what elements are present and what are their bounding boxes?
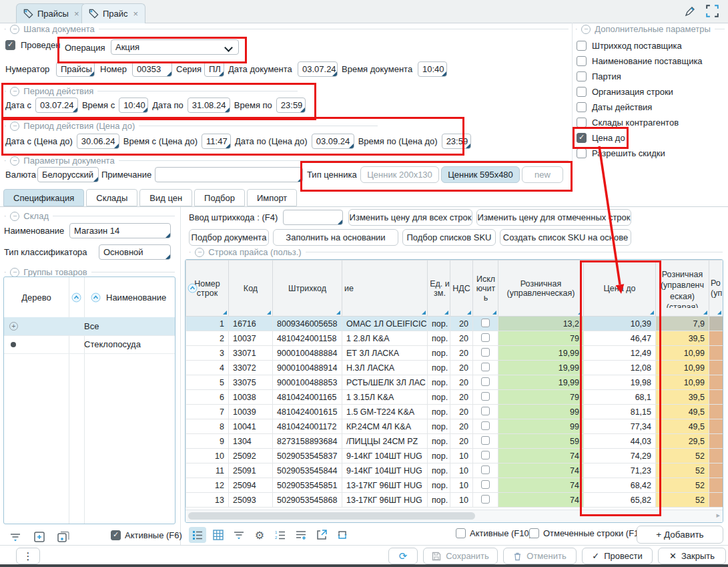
scroll-right-icon[interactable]: ▸ [716, 511, 720, 520]
col-row-number[interactable]: Номер строк [186, 260, 229, 317]
time-to-field[interactable]: 23:59 [276, 98, 306, 113]
table-row[interactable]: 3330719000100488884ЕТ 3Л ЛАСКАпор.2019,9… [186, 346, 723, 361]
extra-param-item[interactable]: Разрешить скидки [577, 146, 665, 160]
tab-warehouses[interactable]: Склады [86, 189, 137, 206]
col-unit[interactable]: Ед. изм. [428, 260, 450, 317]
exclude-checkbox[interactable] [481, 465, 490, 474]
doc-date-field[interactable]: 03.07.24 [298, 61, 338, 77]
settings-gear-icon[interactable]: ⚙ [251, 527, 268, 543]
doc-time-field[interactable]: 10:40 [418, 61, 447, 77]
collapse-icon[interactable]: − [195, 248, 204, 257]
filter-icon[interactable] [7, 529, 24, 545]
expand-plus-icon[interactable]: + [9, 322, 18, 331]
close-button[interactable]: ✕ Закрыть [658, 548, 726, 564]
time-from-pt-field[interactable]: 11:47 [202, 134, 231, 149]
sort-icon[interactable] [91, 293, 101, 303]
date-to-pt-field[interactable]: 03.09.24 [312, 134, 354, 149]
extra-param-item[interactable]: Склады контрагентов [577, 116, 679, 129]
extra-param-item[interactable]: Даты действия [577, 100, 652, 114]
table-row[interactable]: 112509150290535458449-14КГ 104ШТ HUGпор.… [186, 463, 723, 478]
grid-view-icon[interactable] [210, 527, 227, 543]
table-row[interactable]: 8100414810424001172КР.24СМ 4Л K&Aпор.209… [186, 419, 723, 434]
exclude-checkbox[interactable] [481, 436, 490, 445]
checkbox[interactable] [577, 71, 587, 81]
close-icon[interactable]: × [133, 9, 139, 19]
extra-param-item-price-to[interactable]: Цена до [577, 131, 625, 144]
fullscreen-icon[interactable] [706, 5, 719, 17]
fill-on-basis-button[interactable]: Заполнить на основании [273, 229, 398, 246]
date-to-field[interactable]: 31.08.24 [188, 98, 230, 113]
checkbox[interactable] [111, 530, 121, 540]
add-rows-icon[interactable] [292, 527, 310, 543]
tab-prais[interactable]: Прайс × [81, 3, 145, 23]
col-retail[interactable]: Розничная (управленческая) [498, 260, 584, 317]
tab-price-kinds[interactable]: Вид цен [139, 189, 192, 206]
checkbox[interactable] [577, 118, 587, 128]
collapse-icon[interactable]: − [10, 87, 19, 96]
col-retail-old[interactable]: Розничная (управленч еская) (старая) [656, 260, 709, 317]
time-from-field[interactable]: 10:40 [119, 98, 148, 113]
warehouse-name-field[interactable]: Магазин 14 [69, 223, 171, 238]
exclude-checkbox[interactable] [481, 348, 490, 357]
classifier-field[interactable]: Основной [99, 244, 171, 260]
tree-row-all[interactable]: + Все [4, 317, 175, 336]
table-row[interactable]: 4330729000100488914Н.3Л ЛАСКАпор.2019,99… [186, 361, 723, 375]
sort-icon[interactable] [69, 293, 84, 303]
copy-add-icon[interactable] [55, 529, 72, 545]
col-partial-last[interactable]: Ро (уп [709, 260, 723, 317]
price-tag-option-595x480[interactable]: Ценник 595x480 [441, 166, 520, 183]
checkbox[interactable] [577, 148, 587, 158]
table-row[interactable]: 21003748104240011581 2.8Л K&Aпор.207946,… [186, 331, 723, 346]
col-exclude[interactable]: Исключить [473, 260, 498, 317]
table-row[interactable]: 913048273158893684/ПИЦЦЫ 24СМ PZпор.2059… [186, 434, 723, 449]
tree-col-name[interactable]: Наименование [106, 293, 166, 303]
collapse-icon[interactable]: − [10, 212, 19, 221]
add-button[interactable]: + Добавить [637, 526, 723, 544]
table-row[interactable]: 102509250290535458379-14КГ 104ШТ HUGпор.… [186, 449, 723, 463]
numbered-list-icon[interactable]: 12 [272, 527, 289, 543]
table-row[interactable]: 71003948104240016151.5 GM-T224 K&Aпор.20… [186, 405, 723, 419]
tab-praisy[interactable]: Прайсы × [16, 3, 87, 23]
note-field[interactable] [155, 167, 303, 182]
sort-icon[interactable] [188, 283, 198, 293]
price-tag-option-new[interactable]: new [522, 166, 563, 183]
sku-lists-button[interactable]: Подбор списков SKU [402, 229, 496, 246]
post-button[interactable]: ✓ Провести [582, 548, 653, 564]
col-name-partial[interactable]: ие [342, 260, 428, 317]
horizontal-scrollbar[interactable]: ▸ [186, 510, 723, 522]
time-to-pt-field[interactable]: 23:59 [442, 134, 471, 149]
create-sku-list-button[interactable]: Создать список SKU на основе [500, 229, 631, 246]
active-f10[interactable]: Активные (F10) [456, 528, 532, 538]
collapse-icon[interactable]: − [10, 122, 19, 131]
exclude-checkbox[interactable] [481, 363, 490, 371]
add-box-icon[interactable] [31, 529, 48, 545]
marked-rows-f11[interactable]: Отмеченные строки (F11) [529, 528, 646, 538]
collapse-icon[interactable]: − [10, 25, 19, 34]
extra-param-item[interactable]: Организация строки [577, 85, 673, 98]
table-row[interactable]: 1167168009346005658ОМАС 1Л OLEIFICICпор.… [186, 317, 723, 331]
checkbox[interactable] [577, 41, 587, 51]
refresh-button[interactable]: ⟳ [388, 548, 418, 564]
date-from-pt-field[interactable]: 30.06.24 [77, 134, 119, 149]
change-price-marked-button[interactable]: Изменить цену для отмеченных строк [476, 209, 631, 226]
series-field[interactable]: ПЛ [204, 61, 224, 77]
date-from-field[interactable]: 03.07.24 [35, 98, 78, 113]
checkbox[interactable] [577, 133, 587, 143]
menu-kebab-button[interactable]: ⋮ [16, 548, 40, 564]
tab-import[interactable]: Импорт [247, 189, 297, 206]
list-view-icon[interactable] [189, 527, 206, 543]
extra-param-item[interactable]: Наименование поставщика [577, 54, 703, 67]
tree-row-steklo[interactable]: Стеклопосуда [4, 335, 175, 354]
scrollbar-thumb[interactable] [188, 512, 475, 520]
checkbox[interactable] [577, 87, 587, 97]
extra-param-item[interactable]: Партия [577, 69, 621, 83]
checkbox[interactable] [577, 102, 587, 112]
exclude-checkbox[interactable] [481, 392, 490, 401]
reload-rows-icon[interactable] [334, 527, 351, 543]
collapse-icon[interactable]: − [10, 156, 19, 166]
close-icon[interactable]: × [74, 9, 79, 19]
checkbox[interactable] [529, 528, 539, 538]
operation-select[interactable]: Акция [111, 39, 239, 55]
col-code[interactable]: Код [229, 260, 273, 317]
numerator-field[interactable]: Прайсы [56, 61, 95, 77]
